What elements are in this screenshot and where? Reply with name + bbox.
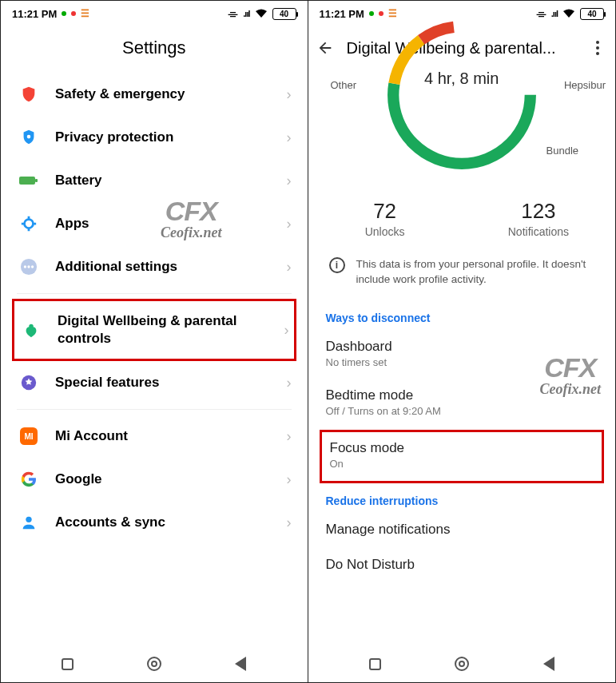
option-subtitle: No timers set xyxy=(326,356,598,368)
svg-point-7 xyxy=(31,265,34,268)
donut-chart-icon xyxy=(374,7,550,183)
nav-back-button[interactable] xyxy=(235,657,246,671)
wellbeing-screen: 11:21 PM ☰ ⌯ .ııl 40 Digital Wellbeing &… xyxy=(308,1,616,682)
option-dnd[interactable]: Do Not Disturb xyxy=(308,547,616,576)
option-bedtime[interactable]: Bedtime mode Off / Turns on at 9:20 AM xyxy=(308,378,616,427)
info-icon: i xyxy=(329,257,345,273)
dots-icon xyxy=(18,256,39,277)
battery-icon: 40 xyxy=(272,8,296,20)
status-bar: 11:21 PM ☰ ⌯ .ııl 40 xyxy=(1,1,308,26)
wifi-icon xyxy=(562,9,575,18)
svg-text:MI: MI xyxy=(24,432,33,441)
back-arrow-icon[interactable] xyxy=(316,39,334,57)
option-subtitle: Off / Turns on at 9:20 AM xyxy=(326,405,598,417)
dot-icon xyxy=(62,11,66,16)
nav-recent-button[interactable] xyxy=(369,658,381,670)
highlighted-option-box: Focus mode On xyxy=(320,430,605,483)
list-item-label: Additional settings xyxy=(55,258,271,276)
svg-point-12 xyxy=(26,517,31,522)
status-time: 11:21 PM xyxy=(320,8,364,20)
svg-point-5 xyxy=(24,265,26,268)
shield-icon xyxy=(18,84,39,105)
list-item-google[interactable]: Google › xyxy=(1,458,308,501)
chevron-right-icon: › xyxy=(287,514,292,531)
stat-value: 72 xyxy=(308,199,462,224)
nav-recent-button[interactable] xyxy=(62,658,74,670)
list-item-battery[interactable]: Battery › xyxy=(1,159,308,202)
chevron-right-icon: › xyxy=(287,471,292,488)
wellbeing-icon xyxy=(21,320,42,340)
list-item-label: Battery xyxy=(55,172,271,189)
list-item-special[interactable]: Special features › xyxy=(1,361,308,404)
chevron-right-icon: › xyxy=(287,375,292,391)
divider xyxy=(17,409,292,410)
list-item-label: Privacy protection xyxy=(55,129,271,146)
nav-bar xyxy=(1,645,308,682)
usage-chart[interactable]: 4 hr, 8 min Other Hepsibur Bundle xyxy=(308,69,616,189)
list-item-label: Special features xyxy=(55,374,271,391)
highlighted-item-box: Digital Wellbeing & parental controls › xyxy=(12,299,296,361)
settings-list[interactable]: Safety & emergency › Privacy protection … xyxy=(1,73,308,645)
chart-label-bundle: Bundle xyxy=(546,145,578,157)
google-icon xyxy=(18,469,39,490)
list-item-additional[interactable]: Additional settings › xyxy=(1,245,308,288)
list-item-label: Digital Wellbeing & parental controls xyxy=(58,312,268,347)
svg-point-6 xyxy=(27,265,30,268)
stat-unlocks[interactable]: 72 Unlocks xyxy=(308,199,462,238)
app-indicator-icon: ☰ xyxy=(81,8,89,19)
list-item-wellbeing[interactable]: Digital Wellbeing & parental controls › xyxy=(14,301,289,359)
chevron-right-icon: › xyxy=(287,173,292,189)
list-item-safety[interactable]: Safety & emergency › xyxy=(1,73,308,116)
list-item-accounts[interactable]: Accounts & sync › xyxy=(1,501,308,544)
svg-rect-2 xyxy=(35,179,38,182)
info-banner: i This data is from your personal profil… xyxy=(308,244,616,305)
option-subtitle: On xyxy=(330,458,594,470)
option-title: Bedtime mode xyxy=(326,387,598,403)
chevron-right-icon: › xyxy=(287,129,292,146)
chevron-right-icon: › xyxy=(287,86,292,103)
stat-notifications[interactable]: 123 Notifications xyxy=(462,199,615,238)
list-item-apps[interactable]: Apps › xyxy=(1,202,308,245)
privacy-icon xyxy=(18,127,39,148)
special-icon xyxy=(18,372,39,393)
chart-label-other: Other xyxy=(331,79,357,91)
list-item-mi-account[interactable]: MI Mi Account › xyxy=(1,415,308,458)
option-focus-mode[interactable]: Focus mode On xyxy=(322,432,602,481)
list-item-label: Safety & emergency xyxy=(55,85,271,103)
option-dashboard[interactable]: Dashboard No timers set xyxy=(308,329,616,378)
stats-row: 72 Unlocks 123 Notifications xyxy=(308,189,616,244)
overflow-menu-icon[interactable] xyxy=(591,36,604,60)
section-header-disconnect: Ways to disconnect xyxy=(308,305,616,329)
nav-back-button[interactable] xyxy=(543,657,554,671)
stat-label: Notifications xyxy=(462,225,615,238)
chevron-right-icon: › xyxy=(287,216,292,232)
list-item-label: Apps xyxy=(55,215,271,232)
svg-point-0 xyxy=(27,135,31,139)
status-time: 11:21 PM xyxy=(12,8,57,20)
option-title: Manage notifications xyxy=(326,522,598,538)
signal-icon: .ııl xyxy=(243,9,249,18)
option-title: Do Not Disturb xyxy=(326,557,598,573)
battery-icon xyxy=(18,170,39,191)
divider xyxy=(17,293,292,294)
list-item-label: Mi Account xyxy=(55,427,271,445)
option-title: Focus mode xyxy=(330,440,594,456)
svg-rect-1 xyxy=(19,177,35,185)
nav-home-button[interactable] xyxy=(455,657,469,671)
chevron-right-icon: › xyxy=(287,259,292,276)
nav-home-button[interactable] xyxy=(147,657,161,671)
account-icon xyxy=(18,512,39,533)
battery-icon: 40 xyxy=(580,8,604,20)
chevron-right-icon: › xyxy=(284,322,289,339)
option-title: Dashboard xyxy=(326,339,598,355)
info-text: This data is from your personal profile.… xyxy=(356,257,598,288)
option-manage-notifications[interactable]: Manage notifications xyxy=(308,512,616,547)
page-title: Settings xyxy=(1,26,308,73)
list-item-label: Accounts & sync xyxy=(55,514,271,531)
list-item-privacy[interactable]: Privacy protection › xyxy=(1,116,308,159)
nav-bar xyxy=(308,645,616,682)
stat-value: 123 xyxy=(462,199,615,224)
wifi-icon xyxy=(255,9,268,18)
stat-label: Unlocks xyxy=(308,225,462,238)
list-item-label: Google xyxy=(55,471,271,488)
